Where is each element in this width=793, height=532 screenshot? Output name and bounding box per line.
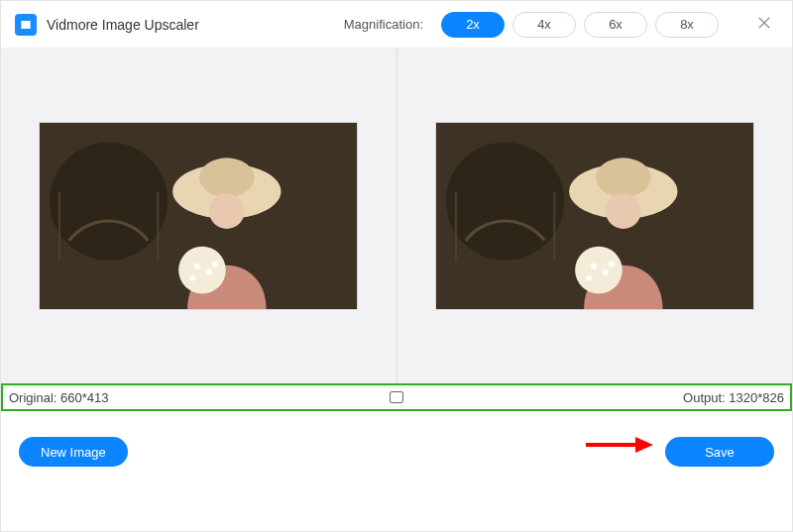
magnification-8x-button[interactable]: 8x <box>655 12 719 38</box>
svg-point-3 <box>199 158 255 197</box>
output-dims-value: 1320*826 <box>729 390 784 405</box>
original-preview-pane <box>1 49 397 383</box>
close-button[interactable] <box>750 9 778 37</box>
annotation-arrow-icon <box>584 435 653 455</box>
svg-point-8 <box>189 275 195 281</box>
svg-point-16 <box>591 264 597 269</box>
svg-point-11 <box>446 142 564 260</box>
app-logo-icon <box>15 14 37 36</box>
original-dimensions: Original: 660*413 <box>9 390 109 405</box>
new-image-button[interactable]: New Image <box>19 437 128 467</box>
dimensions-info-bar: Original: 660*413 Output: 1320*826 <box>1 383 792 411</box>
svg-point-13 <box>596 158 651 197</box>
original-image <box>39 122 358 310</box>
original-dims-label: Original: <box>9 390 57 405</box>
close-icon <box>755 14 773 32</box>
save-button[interactable]: Save <box>665 437 774 467</box>
output-dimensions: Output: 1320*826 <box>683 390 784 405</box>
original-dims-value: 660*413 <box>60 390 108 405</box>
svg-point-1 <box>50 142 168 260</box>
magnification-2x-button[interactable]: 2x <box>441 12 505 38</box>
preview-area <box>1 49 792 383</box>
svg-point-17 <box>603 269 609 275</box>
magnification-label: Magnification: <box>344 17 423 32</box>
magnification-4x-button[interactable]: 4x <box>512 12 576 38</box>
app-title: Vidmore Image Upscaler <box>47 17 199 33</box>
output-image <box>435 122 754 310</box>
svg-point-5 <box>178 247 226 294</box>
magnification-group: 2x 4x 6x 8x <box>441 12 719 38</box>
svg-point-14 <box>606 193 641 229</box>
app-window: Vidmore Image Upscaler Magnification: 2x… <box>0 0 793 532</box>
svg-point-15 <box>575 247 623 294</box>
svg-point-7 <box>206 269 212 275</box>
svg-point-6 <box>194 264 200 269</box>
compare-handle-icon[interactable] <box>390 391 403 403</box>
svg-point-4 <box>209 193 245 229</box>
magnification-6x-button[interactable]: 6x <box>584 12 647 38</box>
output-preview-pane <box>397 49 793 383</box>
header: Vidmore Image Upscaler Magnification: 2x… <box>1 1 792 49</box>
svg-point-19 <box>609 262 615 267</box>
svg-point-9 <box>212 262 218 267</box>
bottom-bar: New Image Save <box>1 411 792 467</box>
svg-point-18 <box>586 275 592 281</box>
output-dims-label: Output: <box>683 390 726 405</box>
svg-marker-21 <box>635 437 653 453</box>
